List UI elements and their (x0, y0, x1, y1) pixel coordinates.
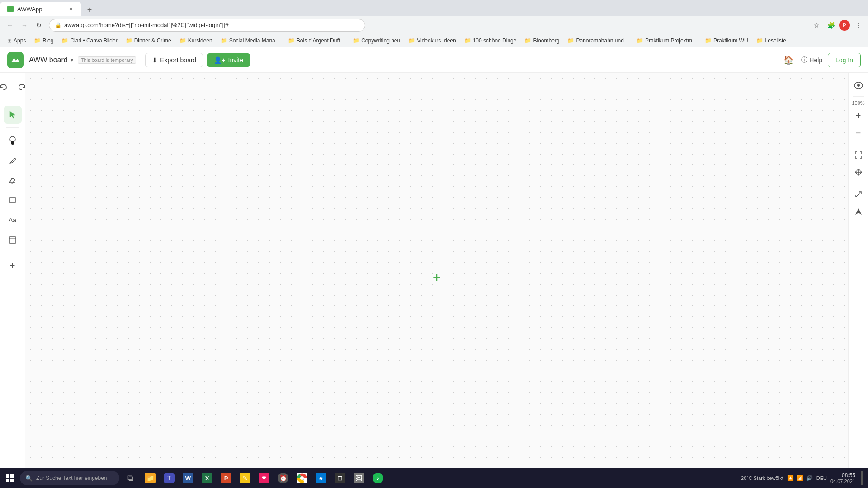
folder-icon: 📁 (34, 38, 41, 44)
taskbar-word[interactable]: W (179, 469, 197, 487)
taskbar-teams[interactable]: T (160, 469, 178, 487)
bookmark-videokurs[interactable]: 📁 Videokurs Ideen (405, 37, 460, 45)
wifi-icon[interactable]: 📶 (797, 475, 803, 481)
taskbar-task-view[interactable]: ⧉ (121, 469, 139, 487)
color-tool-button[interactable] (4, 131, 22, 150)
reload-button[interactable]: ↻ (33, 19, 45, 32)
taskbar-clock[interactable]: 08:55 04.07.2021 (830, 472, 855, 484)
bookmark-praktikum-wu[interactable]: 📁 Praktikum WU (701, 37, 752, 45)
board-temp-label: This board is temporary (78, 56, 137, 64)
forward-button[interactable]: → (18, 19, 31, 32)
volume-icon[interactable]: 🔊 (806, 475, 813, 481)
app-header: AWW board ▾ This board is temporary ⬇ Ex… (0, 47, 868, 73)
extensions-button[interactable]: 🧩 (825, 19, 837, 32)
header-middle: ⬇ Export board 👤+ Invite (145, 53, 250, 67)
person-add-icon: 👤+ (214, 56, 225, 64)
redo-button[interactable] (13, 78, 31, 96)
taskbar-excel[interactable]: X (198, 469, 216, 487)
navigate-button[interactable] (851, 204, 866, 219)
taskbar-app9[interactable]: ❤ (255, 469, 273, 487)
taskbar-apps-group: 📁 T W X P ✎ ❤ ⏰ (141, 469, 387, 487)
folder-icon: 📁 (524, 38, 531, 44)
show-desktop-button[interactable] (861, 471, 863, 485)
app-logo[interactable] (7, 52, 24, 68)
windows-taskbar: 🔍 Zur Suche Text hier eingeben ⧉ 📁 T W X… (0, 468, 868, 488)
address-bar[interactable]: 🔒 awwapp.com/home?dis=[["no-init-modal"]… (49, 19, 365, 32)
taskbar-photos[interactable]: ⊡ (331, 469, 349, 487)
folder-icon: 📁 (756, 38, 763, 44)
bookmark-leseliste[interactable]: 📁 Leseliste (753, 37, 790, 45)
folder-icon: 📁 (705, 38, 712, 44)
fit-screen-button[interactable] (851, 148, 866, 162)
help-button[interactable]: ⓘ Help (801, 56, 822, 64)
undo-button[interactable] (0, 78, 12, 96)
new-tab-button[interactable]: + (83, 4, 96, 16)
add-tool-button[interactable]: + (4, 257, 22, 275)
address-text: awwapp.com/home?dis=[["no-init-modal"]%2… (64, 22, 229, 28)
svg-rect-15 (10, 474, 14, 478)
svg-rect-16 (6, 479, 9, 482)
visibility-button[interactable] (851, 78, 866, 93)
board-name[interactable]: AWW board (29, 56, 68, 64)
back-button[interactable]: ← (4, 19, 16, 32)
taskbar-sticky-notes[interactable]: ✎ (236, 469, 254, 487)
folder-icon: 📁 (126, 38, 132, 44)
text-tool-button[interactable]: Aa (4, 211, 22, 229)
note-tool-button[interactable] (4, 231, 22, 249)
tab-favicon (7, 6, 14, 12)
lang-display: DEU (816, 475, 827, 481)
bookmark-social[interactable]: 📁 Social Media Mana... (217, 37, 283, 45)
svg-rect-3 (9, 198, 16, 202)
canvas-cursor: + (433, 269, 441, 286)
bookmark-praktikum-projektm[interactable]: 📁 Praktikum Projektm... (633, 37, 700, 45)
taskbar-edge[interactable]: e (312, 469, 330, 487)
zoom-out-button[interactable]: − (851, 126, 866, 140)
bookmark-kursideen[interactable]: 📁 Kursideen (176, 37, 216, 45)
home-button[interactable]: 🏠 (781, 53, 796, 67)
secure-icon: 🔒 (55, 22, 61, 28)
windows-start-button[interactable] (2, 470, 18, 486)
menu-button[interactable]: ⋮ (852, 19, 864, 32)
svg-point-20 (300, 476, 304, 480)
apps-icon: ⊞ (7, 38, 12, 44)
zoom-level-display: 100% (852, 100, 864, 106)
bookmark-bois[interactable]: 📁 Bois d'Argent Duft... (284, 37, 348, 45)
tab-close-button[interactable]: ✕ (67, 5, 74, 13)
bookmark-star-button[interactable]: ☆ (810, 19, 823, 32)
bookmark-blog[interactable]: 📁 Blog (30, 37, 57, 45)
taskbar-spotify[interactable]: ♪ (369, 469, 387, 487)
eraser-tool-button[interactable] (4, 171, 22, 189)
bookmark-panoramabahn[interactable]: 📁 Panoramabahn und... (564, 37, 632, 45)
shape-tool-button[interactable] (4, 191, 22, 209)
taskbar-chrome[interactable] (293, 469, 311, 487)
taskbar-app13[interactable]: 🖼 (350, 469, 368, 487)
export-board-button[interactable]: ⬇ Export board (145, 53, 203, 67)
login-button[interactable]: Log In (828, 53, 861, 67)
network-icon[interactable]: 🔼 (787, 475, 794, 481)
invite-button[interactable]: 👤+ Invite (207, 53, 250, 67)
bookmark-apps[interactable]: ⊞ Apps (4, 37, 29, 45)
left-toolbar: Aa + (0, 73, 25, 482)
bookmark-100[interactable]: 📁 100 schöne Dinge (461, 37, 520, 45)
svg-rect-17 (10, 479, 14, 482)
select-tool-button[interactable] (4, 106, 22, 124)
active-tab[interactable]: AWWApp ✕ (0, 2, 81, 16)
bookmarks-bar: ⊞ Apps 📁 Blog 📁 Clad • Canva Bilder 📁 Di… (0, 34, 868, 47)
bookmark-bloomberg[interactable]: 📁 Bloomberg (521, 37, 563, 45)
board-dropdown-button[interactable]: ▾ (71, 57, 73, 63)
profile-button[interactable]: P (839, 20, 850, 31)
bookmark-cload[interactable]: 📁 Clad • Canva Bilder (58, 37, 121, 45)
bookmark-copywriting[interactable]: 📁 Copywriting neu (349, 37, 404, 45)
fullscreen-button[interactable] (851, 187, 866, 202)
move-canvas-button[interactable] (851, 165, 866, 179)
pen-tool-button[interactable] (4, 151, 22, 169)
bookmark-dinner[interactable]: 📁 Dinner & Crime (122, 37, 175, 45)
svg-line-10 (856, 194, 859, 197)
svg-rect-4 (9, 237, 16, 243)
taskbar-powerpoint[interactable]: P (217, 469, 235, 487)
zoom-in-button[interactable]: + (851, 108, 866, 123)
taskbar-file-explorer[interactable]: 📁 (141, 469, 159, 487)
taskbar-search-bar[interactable]: 🔍 Zur Suche Text hier eingeben (20, 471, 119, 485)
canvas-area[interactable]: + (25, 73, 848, 482)
taskbar-clock[interactable]: ⏰ (274, 469, 292, 487)
